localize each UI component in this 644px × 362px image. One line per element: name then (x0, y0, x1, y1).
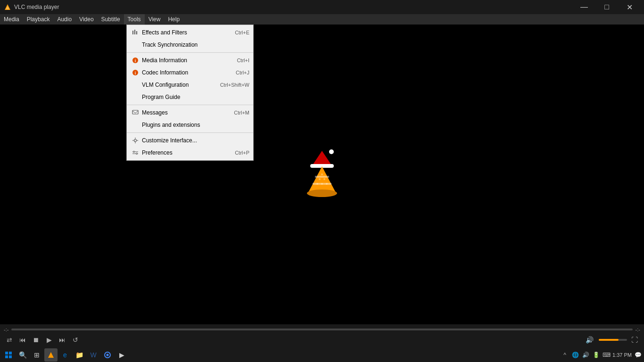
shuffle-button[interactable]: ⇄ (4, 334, 15, 346)
menu-bar: Media Playback Audio Video Subtitle Tool… (0, 14, 644, 25)
taskbar-right: ^ 🌐 🔊 🔋 ⌨ 1:37 PM 💬 (561, 351, 642, 359)
taskbar: 🔍 ⊞ e 📁 W ▶ ^ 🌐 🔊 🔋 ⌨ 1:37 PM 💬 (0, 348, 644, 362)
volume-bar[interactable] (599, 339, 627, 341)
maximize-button[interactable]: □ (596, 0, 618, 14)
play-button[interactable]: ▶ (43, 334, 55, 346)
next-button[interactable]: ⏭ (57, 334, 68, 346)
media-player-taskbar-button[interactable]: ▶ (115, 348, 128, 362)
edge-taskbar-button[interactable]: e (58, 348, 72, 362)
svg-point-33 (326, 183, 328, 185)
codec-info-icon: i (131, 68, 140, 77)
svg-rect-4 (136, 31, 137, 34)
search-taskbar-button[interactable]: 🔍 (16, 348, 29, 362)
svg-text:i: i (135, 58, 136, 63)
track-sync-label: Track Synchronization (142, 41, 246, 48)
svg-rect-3 (134, 30, 135, 34)
preferences-icon (131, 148, 140, 157)
start-button[interactable] (2, 348, 15, 362)
menu-tools[interactable]: Tools (124, 14, 145, 25)
menu-item-vlm-config[interactable]: VLM Configuration Ctrl+Shift+W (127, 79, 253, 91)
program-guide-icon (131, 92, 140, 102)
codec-info-shortcut: Ctrl+J (236, 70, 249, 75)
messages-label: Messages (142, 109, 230, 116)
volume-button[interactable]: 🔊 (584, 334, 595, 346)
taskbar-left: 🔍 ⊞ e 📁 W ▶ (2, 348, 128, 362)
vlc-taskbar-button[interactable] (44, 348, 58, 362)
track-sync-icon (131, 40, 140, 49)
keyboard-icon[interactable]: ⌨ (602, 351, 611, 359)
menu-item-messages[interactable]: Messages Ctrl+M (127, 107, 253, 119)
volume-tray-icon[interactable]: 🔊 (581, 351, 590, 359)
svg-point-31 (316, 183, 318, 185)
svg-rect-35 (9, 352, 12, 354)
menu-item-program-guide[interactable]: Program Guide (127, 91, 253, 103)
svg-point-10 (134, 140, 137, 142)
time-current: -:- (4, 327, 8, 332)
svg-point-18 (136, 153, 138, 155)
seek-bar[interactable] (11, 329, 632, 330)
tray-arrow-icon[interactable]: ^ (561, 351, 569, 359)
menu-media[interactable]: Media (0, 14, 23, 25)
menu-item-track-sync[interactable]: Track Synchronization (127, 39, 253, 51)
vlm-icon (131, 80, 140, 90)
svg-rect-2 (132, 31, 133, 34)
notification-icon[interactable]: 💬 (634, 351, 642, 359)
media-info-shortcut: Ctrl+I (237, 58, 249, 63)
program-guide-label: Program Guide (142, 94, 246, 100)
seek-bar-container: -:- -:- (4, 327, 640, 332)
menu-subtitle[interactable]: Subtitle (98, 14, 124, 25)
minimize-button[interactable]: — (573, 0, 595, 14)
menu-item-preferences[interactable]: Preferences Ctrl+P (127, 147, 253, 159)
equalizer-icon (131, 28, 140, 37)
media-info-icon: i (131, 56, 140, 65)
svg-point-32 (321, 183, 323, 185)
menu-item-codec-info[interactable]: i Codec Information Ctrl+J (127, 66, 253, 79)
vlc-logo-icon (4, 3, 11, 11)
menu-help[interactable]: Help (164, 14, 183, 25)
clock[interactable]: 1:37 PM (612, 352, 632, 358)
main-content (0, 25, 644, 324)
menu-playback[interactable]: Playback (23, 14, 54, 25)
vlm-config-label: VLM Configuration (142, 82, 216, 88)
stop-button[interactable]: ⏹ (30, 334, 41, 346)
controls-row: ⇄ ⏮ ⏹ ▶ ⏭ ↺ 🔊 ⛶ (4, 334, 640, 346)
fullscreen-button[interactable]: ⛶ (629, 334, 640, 346)
tools-dropdown-menu: Effects and Filters Ctrl+E Track Synchro… (126, 25, 254, 161)
svg-point-40 (107, 354, 109, 356)
menu-item-customize[interactable]: Customize Interface... (127, 134, 253, 147)
menu-video[interactable]: Video (75, 14, 97, 25)
menu-audio[interactable]: Audio (53, 14, 75, 25)
menu-item-media-info[interactable]: i Media Information Ctrl+I (127, 54, 253, 66)
menu-item-plugins[interactable]: Plugins and extensions (127, 119, 253, 131)
separator-2 (127, 105, 253, 105)
network-icon[interactable]: 🌐 (571, 351, 579, 359)
svg-point-15 (133, 151, 135, 153)
svg-marker-38 (48, 352, 54, 358)
separator-1 (127, 52, 253, 53)
volume-fill (599, 339, 619, 341)
title-left: VLC media player (4, 3, 59, 11)
customize-label: Customize Interface... (142, 137, 246, 144)
repeat-button[interactable]: ↺ (70, 334, 81, 346)
battery-icon[interactable]: 🔋 (592, 351, 600, 359)
svg-rect-34 (5, 352, 8, 354)
effects-filters-label: Effects and Filters (142, 29, 231, 36)
vlm-config-shortcut: Ctrl+Shift+W (220, 82, 249, 88)
plugins-label: Plugins and extensions (142, 122, 246, 128)
vlc-cone (301, 148, 343, 200)
window-title: VLC media player (14, 4, 59, 10)
svg-point-23 (329, 149, 334, 154)
word-taskbar-button[interactable]: W (87, 348, 100, 362)
prev-button[interactable]: ⏮ (17, 334, 28, 346)
task-view-button[interactable]: ⊞ (30, 348, 43, 362)
title-controls: — □ ✕ (573, 0, 640, 14)
explorer-taskbar-button[interactable]: 📁 (73, 348, 86, 362)
svg-marker-21 (313, 151, 331, 165)
svg-text:i: i (135, 71, 136, 75)
close-button[interactable]: ✕ (619, 0, 640, 14)
menu-view[interactable]: View (145, 14, 165, 25)
menu-item-effects-filters[interactable]: Effects and Filters Ctrl+E (127, 26, 253, 39)
bottom-controls: -:- -:- ⇄ ⏮ ⏹ ▶ ⏭ ↺ 🔊 ⛶ (0, 324, 644, 348)
media-info-label: Media Information (142, 57, 233, 64)
chrome-taskbar-button[interactable] (101, 348, 114, 362)
